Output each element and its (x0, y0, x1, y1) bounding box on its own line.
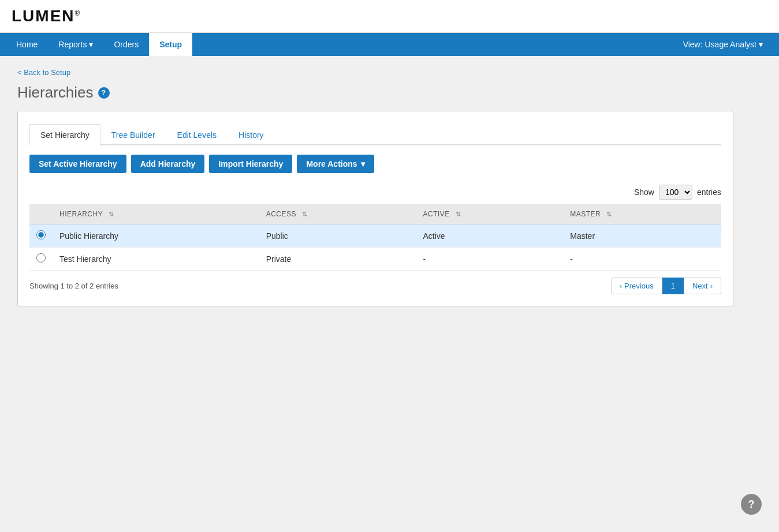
tab-tree-builder[interactable]: Tree Builder (100, 124, 166, 145)
sort-hierarchy-icon: ⇅ (109, 211, 114, 218)
more-actions-dropdown-icon: ▾ (361, 159, 365, 168)
view-selector[interactable]: View: Usage Analyst ▾ (673, 33, 773, 56)
more-actions-button[interactable]: More Actions ▾ (297, 155, 374, 173)
active-1: Active (416, 224, 564, 248)
active-2: - (416, 248, 564, 271)
tab-set-hierarchy[interactable]: Set Hierarchy (29, 124, 100, 145)
logo: LUMEN® (12, 7, 767, 25)
access-2: Private (259, 248, 416, 271)
show-entries-row: Show 10 25 50 100 entries (29, 185, 721, 200)
sort-master-icon: ⇅ (606, 211, 612, 218)
tabs: Set Hierarchy Tree Builder Edit Levels H… (29, 123, 721, 145)
nav-right: View: Usage Analyst ▾ (673, 33, 773, 56)
nav-home[interactable]: Home (6, 33, 48, 56)
entries-label: entries (697, 188, 721, 197)
next-chevron-icon: › (710, 282, 713, 290)
main-content: < Back to Setup Hierarchies ? Set Hierar… (0, 56, 751, 318)
hierarchy-name-1: Public Hierarchy (53, 224, 259, 248)
show-label: Show (634, 188, 654, 197)
col-hierarchy[interactable]: HIERARCHY ⇅ (53, 204, 259, 224)
hierarchy-table: HIERARCHY ⇅ ACCESS ⇅ ACTIVE ⇅ MASTER (29, 204, 721, 271)
top-header: LUMEN® (0, 0, 779, 33)
col-radio (29, 204, 53, 224)
action-buttons: Set Active Hierarchy Add Hierarchy Impor… (29, 155, 721, 173)
page-title-container: Hierarchies ? (17, 84, 733, 102)
view-dropdown-icon: ▾ (759, 40, 763, 49)
tab-history[interactable]: History (228, 124, 275, 145)
pagination: ‹ Previous 1 Next › (611, 278, 721, 294)
trademark: ® (75, 9, 81, 17)
nav-orders[interactable]: Orders (103, 33, 149, 56)
title-help-icon[interactable]: ? (98, 87, 110, 99)
nav-setup[interactable]: Setup (149, 33, 192, 56)
col-access[interactable]: ACCESS ⇅ (259, 204, 416, 224)
col-active[interactable]: ACTIVE ⇅ (416, 204, 564, 224)
back-to-setup-link[interactable]: < Back to Setup (17, 68, 70, 77)
radio-test[interactable] (36, 253, 46, 263)
pagination-row: Showing 1 to 2 of 2 entries ‹ Previous 1… (29, 278, 721, 294)
page-title: Hierarchies (17, 84, 94, 102)
radio-cell-1 (29, 224, 53, 248)
page-1-button[interactable]: 1 (662, 278, 684, 294)
nav-left: Home Reports ▾ Orders Setup (6, 33, 673, 56)
tab-content: Set Active Hierarchy Add Hierarchy Impor… (29, 145, 721, 294)
col-master[interactable]: MASTER ⇅ (563, 204, 721, 224)
main-card: Set Hierarchy Tree Builder Edit Levels H… (17, 111, 733, 306)
nav-reports[interactable]: Reports ▾ (48, 33, 103, 56)
sort-access-icon: ⇅ (302, 211, 308, 218)
hierarchy-name-2: Test Hierarchy (53, 248, 259, 271)
showing-label: Showing 1 to 2 of 2 entries (29, 282, 118, 290)
table-header: HIERARCHY ⇅ ACCESS ⇅ ACTIVE ⇅ MASTER (29, 204, 721, 224)
radio-public[interactable] (36, 230, 46, 239)
table-row: Public Hierarchy Public Active Master (29, 224, 721, 248)
nav-bar: Home Reports ▾ Orders Setup View: Usage … (0, 33, 779, 56)
radio-cell-2 (29, 248, 53, 271)
tab-edit-levels[interactable]: Edit Levels (166, 124, 228, 145)
show-entries-select[interactable]: 10 25 50 100 (659, 185, 692, 200)
set-active-hierarchy-button[interactable]: Set Active Hierarchy (29, 155, 126, 173)
add-hierarchy-button[interactable]: Add Hierarchy (131, 155, 205, 173)
reports-dropdown-icon: ▾ (89, 40, 93, 49)
master-1: Master (563, 224, 721, 248)
previous-button[interactable]: ‹ Previous (611, 278, 662, 294)
prev-chevron-icon: ‹ (620, 282, 622, 290)
sort-active-icon: ⇅ (456, 211, 461, 218)
access-1: Public (259, 224, 416, 248)
import-hierarchy-button[interactable]: Import Hierarchy (209, 155, 292, 173)
master-2: - (563, 248, 721, 271)
table-row: Test Hierarchy Private - - (29, 248, 721, 271)
next-button[interactable]: Next › (684, 278, 721, 294)
table-body: Public Hierarchy Public Active Master Te… (29, 224, 721, 271)
